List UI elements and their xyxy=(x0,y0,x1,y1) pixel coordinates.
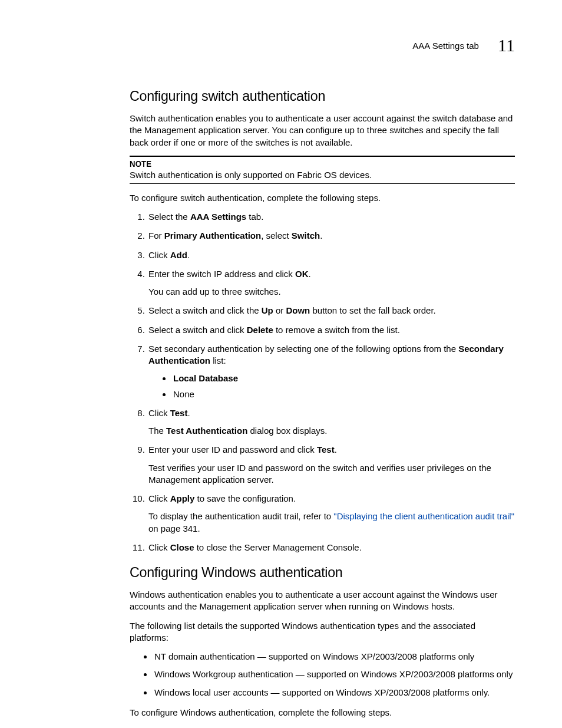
header-chapter-number: 11 xyxy=(498,35,515,55)
step-text: Enter the switch IP address and click xyxy=(148,269,295,279)
windows-intro-paragraph: Windows authentication enables you to au… xyxy=(130,589,515,613)
step-8: Click Test. The Test Authentication dial… xyxy=(147,407,515,437)
option-label: None xyxy=(173,389,194,399)
section-title-switch-auth: Configuring switch authentication xyxy=(130,88,503,104)
step-text: , select xyxy=(261,230,292,241)
list-item: NT domain authentication — supported on … xyxy=(153,651,515,663)
ui-label: Up xyxy=(262,305,273,315)
option-none: None xyxy=(172,388,515,400)
content-area: Configuring switch authentication Switch… xyxy=(130,88,515,719)
step-text: list: xyxy=(210,355,226,365)
ui-label: Test Authentication xyxy=(166,426,247,436)
step-9: Enter your user ID and password and clic… xyxy=(147,444,515,486)
ui-label: Delete xyxy=(247,325,273,335)
step-text: . xyxy=(335,444,337,454)
step-text: Click xyxy=(148,542,170,552)
step-text: Select a switch and click the xyxy=(148,305,262,315)
step-6: Select a switch and click Delete to remo… xyxy=(147,324,515,336)
step-text: Select the xyxy=(148,212,190,222)
step-subtext: The Test Authentication dialog box displ… xyxy=(148,425,515,437)
step-text: Click xyxy=(148,408,170,418)
ui-label: Test xyxy=(170,408,188,418)
step-text: Click xyxy=(148,493,170,503)
step-subtext-part: on page 341. xyxy=(148,523,200,533)
option-label: Local Database xyxy=(173,373,238,383)
ui-label: Down xyxy=(286,305,310,315)
step-text: Enter your user ID and password and clic… xyxy=(148,444,317,454)
note-block: NOTE Switch authentication is only suppo… xyxy=(130,156,515,184)
step-subtext: Test verifies your user ID and password … xyxy=(148,462,515,486)
intro-paragraph: Switch authentication enables you to aut… xyxy=(130,113,515,149)
step-subtext: To display the authentication audit trai… xyxy=(148,510,515,535)
ui-label: Close xyxy=(170,542,194,552)
cross-reference-link[interactable]: "Displaying the client authentication au… xyxy=(333,511,514,521)
ui-label: OK xyxy=(295,269,309,279)
list-item: Windows local user accounts — supported … xyxy=(153,687,515,699)
step-subtext-part: The xyxy=(148,426,166,436)
step-3: Click Add. xyxy=(147,249,515,261)
page-container: AAA Settings tab 11 Configuring switch a… xyxy=(0,0,562,728)
list-item: Windows Workgroup authentication — suppo… xyxy=(153,668,515,680)
windows-auth-types-list: NT domain authentication — supported on … xyxy=(130,651,515,699)
ui-label: Switch xyxy=(292,230,320,241)
ui-label: Apply xyxy=(170,493,195,503)
step-subtext: You can add up to three switches. xyxy=(148,286,515,298)
note-label: NOTE xyxy=(130,159,492,169)
steps-list: Select the AAA Settings tab. For Primary… xyxy=(130,211,515,554)
step-text: . xyxy=(187,250,190,260)
section-title-windows-auth: Configuring Windows authentication xyxy=(130,564,503,581)
step-1: Select the AAA Settings tab. xyxy=(147,211,515,223)
step-text: or xyxy=(273,305,286,315)
step-text: to save the configuration. xyxy=(194,493,296,503)
step-7: Set secondary authentication by selectin… xyxy=(147,343,515,400)
step-text: Set secondary authentication by selectin… xyxy=(148,344,458,354)
ui-label: Primary Authentication xyxy=(164,230,261,241)
windows-list-lead: The following list details the supported… xyxy=(130,620,515,644)
ui-label: Add xyxy=(170,250,187,260)
step-text: to close the Server Management Console. xyxy=(194,542,362,552)
step-text: . xyxy=(309,269,311,279)
step-text: to remove a switch from the list. xyxy=(273,325,400,335)
step-2: For Primary Authentication, select Switc… xyxy=(147,230,515,242)
step-text: Click xyxy=(148,250,170,260)
ui-label: Test xyxy=(317,444,335,454)
step-10: Click Apply to save the configuration. T… xyxy=(147,493,515,535)
ui-label: AAA Settings xyxy=(190,212,246,222)
step-text: . xyxy=(320,230,322,241)
step-text: Select a switch and click xyxy=(148,325,247,335)
step-text: tab. xyxy=(246,212,263,222)
step-text: button to set the fall back order. xyxy=(310,305,435,315)
step-4: Enter the switch IP address and click OK… xyxy=(147,268,515,298)
step-5: Select a switch and click the Up or Down… xyxy=(147,305,515,317)
note-text: Switch authentication is only supported … xyxy=(130,170,515,180)
step-subtext-part: To display the authentication audit trai… xyxy=(148,511,333,521)
step-text: . xyxy=(187,408,190,418)
header-tab-label: AAA Settings tab xyxy=(412,41,479,51)
option-local-database: Local Database xyxy=(172,373,515,384)
windows-steps-lead-in: To configure Windows authentication, com… xyxy=(130,707,515,719)
running-header: AAA Settings tab 11 xyxy=(47,35,515,55)
step-11: Click Close to close the Server Manageme… xyxy=(147,542,515,554)
step-7-options: Local Database None xyxy=(148,373,515,400)
step-text: For xyxy=(148,230,164,241)
step-subtext-part: dialog box displays. xyxy=(247,426,327,436)
lead-in-paragraph: To configure switch authentication, comp… xyxy=(130,192,515,204)
